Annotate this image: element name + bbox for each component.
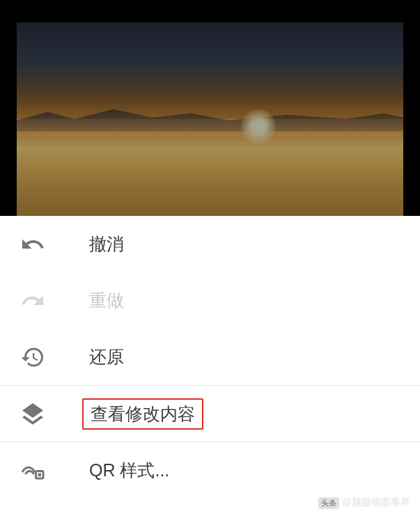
watermark-handle: @脑摄狼图事界 bbox=[342, 497, 410, 509]
image-preview bbox=[0, 0, 420, 216]
undo-button[interactable]: 撤消 bbox=[0, 216, 420, 272]
qr-style-icon bbox=[17, 454, 49, 486]
history-icon bbox=[17, 341, 49, 373]
undo-label: 撤消 bbox=[82, 230, 131, 258]
undo-icon bbox=[17, 228, 49, 260]
redo-icon bbox=[17, 285, 49, 317]
view-edits-label: 查看修改内容 bbox=[82, 398, 203, 430]
edit-menu: 撤消 重做 还原 查看修改内容 QR 样式... bbox=[0, 216, 420, 498]
watermark-prefix: 头条 bbox=[318, 497, 339, 509]
qr-style-label: QR 样式... bbox=[82, 456, 176, 485]
qr-style-button[interactable]: QR 样式... bbox=[0, 441, 420, 498]
layers-icon bbox=[17, 398, 49, 430]
preview-photo bbox=[17, 22, 403, 216]
revert-button[interactable]: 还原 bbox=[0, 329, 420, 385]
view-edits-button[interactable]: 查看修改内容 bbox=[0, 385, 420, 441]
revert-label: 还原 bbox=[82, 343, 131, 371]
redo-button: 重做 bbox=[0, 272, 420, 329]
watermark: 头条 @脑摄狼图事界 bbox=[318, 497, 410, 509]
svg-rect-1 bbox=[38, 474, 42, 477]
redo-label: 重做 bbox=[82, 286, 131, 315]
